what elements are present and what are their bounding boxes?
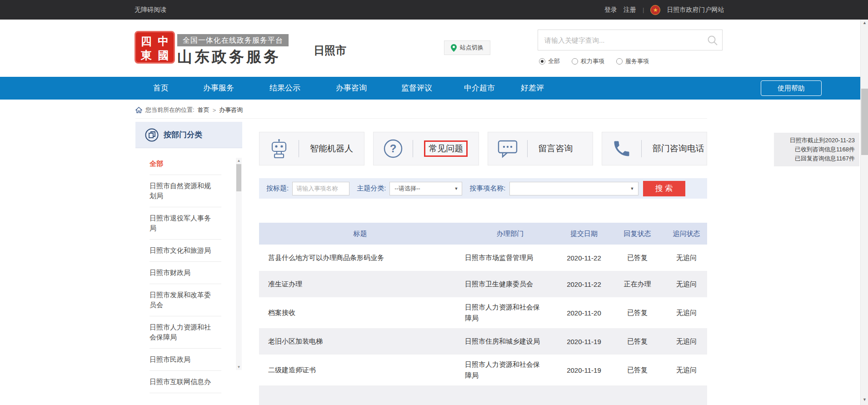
search-button[interactable]: 搜 索 [643,181,685,196]
main-nav: 首页 办事服务 结果公示 办事咨询 监督评议 中介超市 好差评 使用帮助 [0,77,868,100]
sidebar-item-natural-resources[interactable]: 日照市自然资源和规划局 [150,175,221,207]
register-link[interactable]: 注册 [624,6,636,14]
login-link[interactable]: 登录 [604,6,617,14]
table-row[interactable]: 档案接收 日照市人力资源和社会保障局 2020-11-20 已答复 无追问 [259,297,707,328]
topic-filter-label: 主题分类: [357,184,386,193]
table-row[interactable]: 老旧小区加装电梯 日照市住房和城乡建设局 2020-11-19 已答复 无追问 [259,328,707,355]
scroll-down-icon[interactable] [236,364,242,370]
nav-item-results[interactable]: 结果公示 [269,77,300,100]
consultation-table: 标题 办理部门 提交日期 回复状态 追问状态 莒县什么地方可以办理商品条形码业务… [259,223,707,405]
consult-tabs: 智能机器人 ? 常见问题 留 [259,132,707,165]
seal-char: 四 [138,34,155,48]
breadcrumb-prefix: 您当前所在的位置: [145,106,195,114]
scope-radio-service[interactable]: 服务事项 [616,57,649,65]
topic-select[interactable]: --请选择-- [389,182,462,195]
portal-link[interactable]: 日照市政府门户网站 [667,6,724,14]
sidebar-title: 按部门分类 [164,130,202,140]
item-name-select[interactable] [509,182,639,195]
stats-line: 日照市截止到2020-11-23 [774,136,855,145]
national-emblem-icon [650,5,660,15]
nav-item-consult[interactable]: 办事咨询 [336,77,367,100]
tab-label: 智能机器人 [299,143,353,155]
seal-char: 國 [155,48,172,62]
robot-icon [269,139,289,159]
status-badge: 已答复 [609,337,666,346]
breadcrumb-home-link[interactable]: 首页 [198,106,210,114]
home-icon [135,107,142,113]
table-row[interactable]: 准生证办理 日照市卫生健康委员会 2020-11-22 正在办理 无追问 [259,271,707,297]
table-row[interactable]: 莒县什么地方可以办理商品条形码业务 日照市市场监督管理局 2020-11-22 … [259,245,707,271]
tab-label: 部门咨询电话 [642,143,704,155]
sidebar-item-all[interactable]: 全部 [150,153,221,175]
radio-icon [572,58,578,65]
scope-label: 全部 [548,57,560,65]
topbar-divider: | [643,6,644,13]
tab-smart-robot[interactable]: 智能机器人 [259,132,364,165]
nav-item-supervision[interactable]: 监督评议 [401,77,432,100]
phone-icon [612,139,632,159]
sidebar-item-development-reform[interactable]: 日照市发展和改革委员会 [150,284,221,316]
sidebar-item-civil-affairs[interactable]: 日照市民政局 [150,349,221,371]
keyword-search [538,30,723,50]
nav-item-intermediary[interactable]: 中介超市 [464,77,495,100]
sidebar-item-culture-tourism[interactable]: 日照市文化和旅游局 [150,240,221,262]
stats-line: 已回复咨询信息1167件 [774,154,855,163]
sidebar-item-veterans[interactable]: 日照市退役军人事务局 [150,207,221,240]
consult-stats-box: 日照市截止到2020-11-23 已收到咨询信息1168件 已回复咨询信息116… [774,133,859,166]
page-scroll-down-icon[interactable] [861,397,868,404]
topbar-right-group: 登录 注册 | 日照市政府门户网站 [604,0,724,20]
page-scroll-up-icon[interactable] [861,20,868,27]
tab-phone-consult[interactable]: 部门咨询电话 [602,132,707,165]
nav-item-rating[interactable]: 好差评 [521,77,544,100]
department-sidebar: 按部门分类 全部 日照市自然资源和规划局 日照市退役军人事务局 日照市文化和旅游… [135,122,242,405]
sidebar-scroll-thumb[interactable] [236,164,241,191]
status-badge: 正在办理 [609,280,666,289]
radio-icon [616,58,623,65]
status-badge: 已答复 [609,254,666,262]
title-filter-label: 按标题: [266,184,289,193]
scope-label: 服务事项 [625,57,649,65]
sidebar-item-finance[interactable]: 日照市财政局 [150,262,221,284]
department-category-icon [145,128,159,142]
breadcrumb-separator: > [213,107,216,114]
tab-message-consult[interactable]: 留言咨询 [488,132,593,165]
search-icon[interactable] [707,35,718,46]
filter-bar: 按标题: 主题分类: --请选择-- 按事项名称: 搜 索 [259,178,707,199]
scope-label: 权力事项 [581,57,604,65]
page-scroll-thumb[interactable] [861,89,868,155]
scope-radio-all[interactable]: 全部 [539,57,560,65]
location-pin-icon [451,44,457,52]
accessibility-link[interactable]: 无障碍阅读 [135,0,166,20]
page: 无障碍阅读 登录 注册 | 日照市政府门户网站 四 中 東 國 全国一体化在线政… [0,0,868,405]
city-name: 日照市 [314,43,346,58]
stats-line: 已收到咨询信息1168件 [774,145,855,154]
title-filter-field [292,182,349,195]
status-badge: 已答复 [609,309,666,317]
question-icon: ? [383,139,403,159]
keyword-search-input[interactable] [538,30,722,50]
table-row[interactable]: 二级建造师证书 日照市人力资源和社会保障局 2020-11-19 已答复 无追问 [259,355,707,385]
col-title: 标题 [259,230,461,238]
svg-text:?: ? [390,142,397,155]
sidebar-item-human-resources[interactable]: 日照市人力资源和社会保障局 [150,316,221,349]
title-filter-input[interactable] [293,182,349,195]
platform-tagline: 全国一体化在线政务服务平台 [177,34,289,46]
message-icon [497,139,518,158]
breadcrumb-current: 办事咨询 [219,106,243,114]
page-scrollbar[interactable] [860,20,868,405]
table-header: 标题 办理部门 提交日期 回复状态 追问状态 [259,223,707,245]
faq-highlight-box: 常见问题 [424,140,468,157]
nav-item-home[interactable]: 首页 [153,77,169,100]
tab-faq[interactable]: ? 常见问题 [373,132,479,165]
sidebar-scrollbar [236,158,242,370]
scroll-up-icon[interactable] [236,158,242,164]
name-filter-label: 按事项名称: [469,184,505,193]
seal-char: 中 [155,34,172,48]
nav-item-services[interactable]: 办事服务 [203,77,234,100]
site-switch-button[interactable]: 站点切换 [444,40,490,55]
help-button[interactable]: 使用帮助 [761,80,822,96]
sidebar-item-internet-info[interactable]: 日照市互联网信息办 [150,371,221,393]
col-reply-status: 回复状态 [609,230,666,238]
department-list: 全部 日照市自然资源和规划局 日照市退役军人事务局 日照市文化和旅游局 日照市财… [135,148,242,393]
scope-radio-power[interactable]: 权力事项 [572,57,604,65]
